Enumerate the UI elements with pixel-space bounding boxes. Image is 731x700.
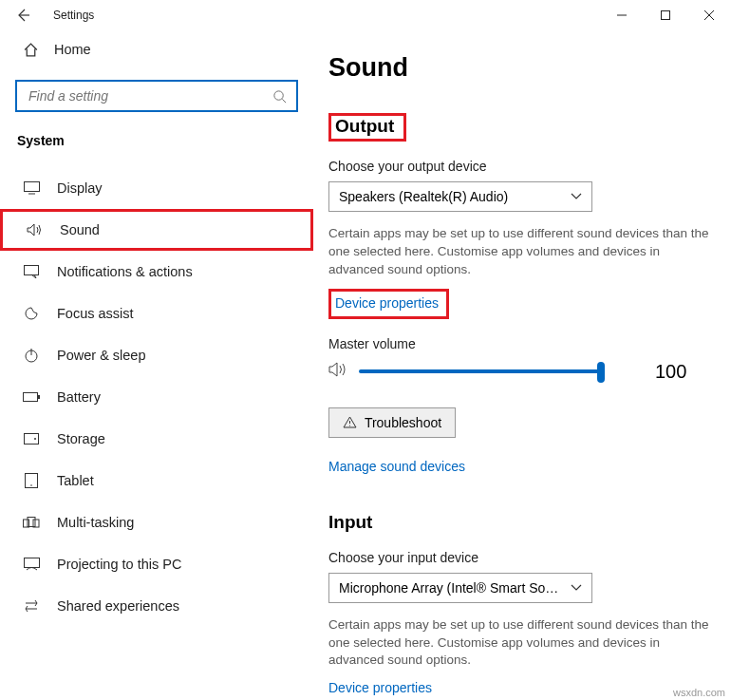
nav-item-multitasking[interactable]: Multi-tasking: [0, 501, 313, 543]
svg-rect-17: [24, 520, 29, 527]
nav-label: Shared experiences: [57, 598, 179, 614]
output-header: Output: [335, 116, 394, 137]
output-device-value: Speakers (Realtek(R) Audio): [339, 189, 508, 204]
input-device-properties-link[interactable]: Device properties: [328, 680, 432, 695]
svg-rect-1: [662, 11, 670, 20]
display-icon: [23, 181, 40, 195]
troubleshoot-button[interactable]: Troubleshoot: [328, 407, 456, 438]
svg-rect-12: [38, 395, 40, 399]
maximize-button[interactable]: [644, 0, 687, 30]
nav-item-shared[interactable]: Shared experiences: [0, 585, 313, 627]
input-header: Input: [328, 512, 720, 533]
troubleshoot-label: Troubleshoot: [365, 415, 441, 430]
nav-item-storage[interactable]: Storage: [0, 418, 313, 460]
power-icon: [23, 348, 40, 363]
chevron-down-icon: [571, 193, 582, 200]
manage-sound-devices-link[interactable]: Manage sound devices: [328, 459, 720, 474]
nav-label: Multi-tasking: [57, 515, 134, 530]
chevron-down-icon: [571, 584, 582, 592]
back-button[interactable]: [0, 0, 46, 30]
title-bar: Settings: [0, 0, 731, 30]
svg-rect-13: [25, 434, 39, 445]
close-button[interactable]: [687, 0, 731, 30]
home-icon: [23, 42, 39, 58]
volume-icon[interactable]: [328, 362, 347, 381]
window-title: Settings: [53, 9, 94, 22]
home-nav[interactable]: Home: [0, 30, 313, 68]
nav-label: Display: [57, 180, 103, 196]
nav-item-notifications[interactable]: Notifications & actions: [0, 251, 313, 293]
watermark: wsxdn.com: [673, 687, 725, 698]
storage-icon: [23, 433, 40, 445]
output-choose-label: Choose your output device: [328, 159, 720, 174]
svg-line-5: [282, 99, 286, 103]
battery-icon: [23, 392, 40, 402]
nav-item-sound[interactable]: Sound: [0, 209, 313, 251]
home-label: Home: [54, 42, 91, 57]
svg-point-22: [349, 426, 350, 426]
sound-icon: [26, 223, 43, 236]
multitasking-icon: [23, 517, 40, 528]
notifications-icon: [23, 265, 40, 278]
svg-point-4: [274, 90, 283, 99]
volume-row: 100: [328, 361, 720, 383]
nav-item-battery[interactable]: Battery: [0, 376, 313, 418]
focus-assist-icon: [23, 306, 40, 321]
svg-rect-8: [25, 266, 39, 275]
nav-label: Storage: [57, 431, 105, 446]
nav-label: Tablet: [57, 473, 94, 488]
device-properties-highlight: Device properties: [328, 289, 449, 319]
input-device-dropdown[interactable]: Microphone Array (Intel® Smart So…: [328, 573, 592, 603]
nav-label: Projecting to this PC: [57, 557, 181, 572]
svg-point-14: [34, 438, 36, 440]
window-controls: [600, 0, 731, 30]
nav-item-projecting[interactable]: Projecting to this PC: [0, 543, 313, 585]
tablet-icon: [23, 473, 40, 488]
projecting-icon: [23, 558, 40, 571]
page-title: Sound: [328, 53, 720, 83]
output-header-highlight: Output: [328, 113, 406, 142]
nav-item-focus-assist[interactable]: Focus assist: [0, 293, 313, 334]
output-help-text: Certain apps may be set up to use differ…: [328, 225, 718, 279]
nav-label: Focus assist: [57, 306, 134, 321]
search-box[interactable]: [15, 80, 298, 112]
main-content: Sound Output Choose your output device S…: [313, 30, 731, 700]
search-icon: [272, 89, 287, 104]
output-device-properties-link[interactable]: Device properties: [335, 295, 439, 311]
nav-label: Battery: [57, 389, 101, 405]
volume-value: 100: [655, 361, 686, 383]
nav-item-tablet[interactable]: Tablet: [0, 460, 313, 501]
arrow-left-icon: [15, 8, 30, 23]
master-volume-label: Master volume: [328, 336, 720, 351]
svg-rect-19: [33, 520, 39, 527]
input-choose-label: Choose your input device: [328, 550, 720, 565]
shared-icon: [23, 599, 40, 613]
nav-item-power[interactable]: Power & sleep: [0, 334, 313, 376]
nav-label: Power & sleep: [57, 348, 146, 363]
svg-point-16: [30, 484, 32, 486]
input-device-value: Microphone Array (Intel® Smart So…: [339, 580, 558, 596]
nav-item-display[interactable]: Display: [0, 167, 313, 209]
svg-rect-11: [24, 393, 38, 402]
minimize-button[interactable]: [600, 0, 644, 30]
nav-label: Sound: [60, 222, 100, 237]
output-device-dropdown[interactable]: Speakers (Realtek(R) Audio): [328, 181, 592, 212]
section-header: System: [0, 133, 313, 148]
input-help-text: Certain apps may be set up to use differ…: [328, 616, 718, 671]
warning-icon: [343, 416, 357, 428]
volume-slider[interactable]: [359, 369, 602, 373]
sidebar: Home System Display Sound Notifications …: [0, 30, 313, 700]
nav-label: Notifications & actions: [57, 264, 193, 279]
slider-thumb[interactable]: [597, 362, 605, 383]
svg-rect-6: [24, 182, 39, 192]
search-input[interactable]: [27, 87, 272, 104]
svg-rect-20: [24, 558, 39, 568]
